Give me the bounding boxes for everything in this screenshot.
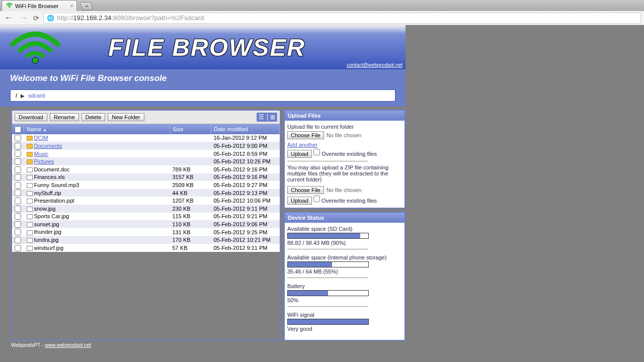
contact-link[interactable]: contact@webprodspt.net [347, 62, 403, 68]
header-banner: FILE BROWSER contact@webprodspt.net [0, 25, 406, 69]
back-button[interactable]: ← [3, 13, 14, 23]
table-row[interactable]: Documents 05-Feb-2012 9:00 PM [12, 142, 280, 150]
choose-zip-button[interactable]: Choose File [287, 186, 324, 194]
grid-view-icon[interactable]: ⊞ [267, 114, 275, 121]
row-checkbox[interactable] [15, 135, 21, 141]
file-date: 05-Feb-2012 10:26 PM [211, 157, 280, 165]
row-checkbox[interactable] [15, 229, 21, 235]
row-checkbox[interactable] [15, 198, 21, 204]
table-row[interactable]: myStuff.zip 44 KB 05-Feb-2012 9:13 PM [12, 189, 280, 197]
table-row[interactable]: Funny Sound.mp3 2509 KB 05-Feb-2012 9:27… [12, 181, 280, 189]
file-size: 170 KB [170, 236, 211, 244]
rename-button[interactable]: Rename [50, 113, 79, 121]
browser-tab[interactable]: WiFi File Browser × [2, 0, 77, 11]
globe-icon: 🌐 [47, 15, 54, 22]
row-checkbox[interactable] [15, 206, 21, 212]
col-name[interactable]: Name▲ [24, 124, 170, 134]
file-date: 05-Feb-2012 9:16 PM [211, 165, 280, 173]
footer: WebprodsPT - www.webprodspt.net [0, 341, 406, 348]
table-row[interactable]: tundra.jpg 170 KB 05-Feb-2012 10:21 PM [12, 236, 280, 244]
row-checkbox[interactable] [15, 182, 21, 189]
table-row[interactable]: Presentation.ppt 1207 KB 05-Feb-2012 10:… [12, 197, 280, 205]
int-progress [287, 261, 369, 267]
row-checkbox[interactable] [15, 213, 21, 220]
footer-link[interactable]: www.webprodspt.net [45, 342, 91, 348]
row-checkbox[interactable] [15, 158, 21, 165]
file-size: 110 KB [170, 220, 211, 228]
file-size: 57 KB [170, 244, 211, 252]
zip-hint: You may also upload a ZIP file containin… [287, 164, 402, 183]
file-name: Presentation.ppt [34, 198, 74, 204]
breadcrumb-current[interactable]: sdcard [28, 93, 45, 99]
file-date: 05-Feb-2012 9:27 PM [211, 181, 280, 189]
sort-asc-icon: ▲ [43, 128, 47, 132]
table-row[interactable]: Sports Car.jpg 115 KB 05-Feb-2012 9:21 P… [12, 213, 280, 221]
view-switcher[interactable]: ☰ ⊞ [257, 113, 277, 122]
file-date: 05-Feb-2012 8:59 PM [211, 150, 280, 158]
row-checkbox[interactable] [15, 237, 21, 243]
file-date: 05-Feb-2012 9:25 PM [211, 228, 280, 236]
folder-link[interactable]: DCIM [34, 135, 48, 141]
row-checkbox[interactable] [15, 166, 21, 173]
overwrite-checkbox[interactable] [313, 149, 320, 155]
table-row[interactable]: Music 05-Feb-2012 8:59 PM [12, 150, 280, 158]
overwrite-zip-label: Overwrite existing files [321, 198, 377, 204]
table-row[interactable]: Pictures 05-Feb-2012 10:26 PM [12, 157, 280, 165]
status-panel: Device Status Available space (SD Card) … [284, 212, 406, 341]
upload-zip-button[interactable]: Upload [287, 197, 312, 205]
file-name: Sports Car.jpg [34, 213, 69, 219]
table-row[interactable]: Document.doc 789 KB 05-Feb-2012 9:16 PM [12, 165, 280, 173]
overwrite-label: Overwrite existing files [321, 151, 377, 157]
no-file-label: No file chosen [327, 132, 362, 138]
file-name: snow.jpg [34, 206, 56, 212]
delete-button[interactable]: Delete [82, 113, 106, 121]
row-checkbox[interactable] [15, 190, 21, 196]
toolbar: Download Rename Delete New Folder ☰ ⊞ [12, 111, 280, 124]
reload-button[interactable]: ⟳ [33, 14, 39, 22]
download-button[interactable]: Download [15, 113, 47, 121]
file-size: 115 KB [170, 213, 211, 221]
row-checkbox[interactable] [15, 174, 21, 180]
batt-value: 50% [287, 297, 402, 303]
new-folder-button[interactable]: New Folder [108, 113, 144, 121]
file-size: 789 KB [170, 165, 211, 173]
table-row[interactable]: snow.jpg 230 KB 05-Feb-2012 9:11 PM [12, 205, 280, 213]
wifi-logo-icon [10, 29, 60, 65]
banner-title: FILE BROWSER [108, 34, 305, 61]
wifi-label: WiFi signal [287, 312, 402, 318]
tab-close-icon[interactable]: × [70, 3, 73, 10]
col-date[interactable]: Date modified [211, 124, 280, 134]
table-row[interactable]: windsurf.jpg 57 KB 05-Feb-2012 9:11 PM [12, 244, 280, 252]
table-row[interactable]: sunset.jpg 110 KB 05-Feb-2012 9:06 PM [12, 220, 280, 228]
row-checkbox[interactable] [15, 245, 21, 251]
add-another-link[interactable]: Add another [287, 142, 317, 148]
svg-point-1 [32, 57, 38, 63]
table-row[interactable]: DCIM 16-Jan-2012 9:12 PM [12, 134, 280, 142]
new-tab-button[interactable]: + [79, 2, 94, 10]
file-size: 3157 KB [170, 173, 211, 182]
col-size[interactable]: Size [170, 124, 211, 134]
table-row[interactable]: Finances.xls 3157 KB 05-Feb-2012 9:16 PM [12, 173, 280, 182]
select-all-checkbox[interactable] [15, 126, 21, 133]
folder-link[interactable]: Music [34, 151, 49, 157]
overwrite-zip-checkbox[interactable] [313, 196, 320, 202]
list-view-icon[interactable]: ☰ [259, 114, 264, 121]
upload-button[interactable]: Upload [287, 150, 312, 158]
row-checkbox[interactable] [15, 143, 21, 149]
row-checkbox[interactable] [15, 221, 21, 228]
breadcrumb-root[interactable]: / [16, 93, 17, 99]
file-size [170, 150, 211, 158]
folder-link[interactable]: Pictures [34, 158, 54, 164]
folder-link[interactable]: Documents [34, 143, 62, 149]
int-value: 35.46 / 64 MB (55%) [287, 268, 402, 275]
url-bar[interactable]: 🌐 http://192.168.2.34:8080/browse?path=%… [43, 13, 641, 24]
welcome-text: Welcome to WiFi File Browser console [0, 69, 406, 89]
choose-file-button[interactable]: Choose File [287, 131, 324, 139]
file-date: 05-Feb-2012 9:11 PM [211, 244, 280, 252]
table-row[interactable]: thunder.jpg 131 KB 05-Feb-2012 9:25 PM [12, 228, 280, 236]
file-date: 05-Feb-2012 9:06 PM [211, 220, 280, 228]
row-checkbox[interactable] [15, 150, 21, 157]
svg-point-0 [9, 7, 10, 8]
forward-button[interactable]: → [18, 13, 29, 23]
file-date: 05-Feb-2012 10:21 PM [211, 236, 280, 244]
